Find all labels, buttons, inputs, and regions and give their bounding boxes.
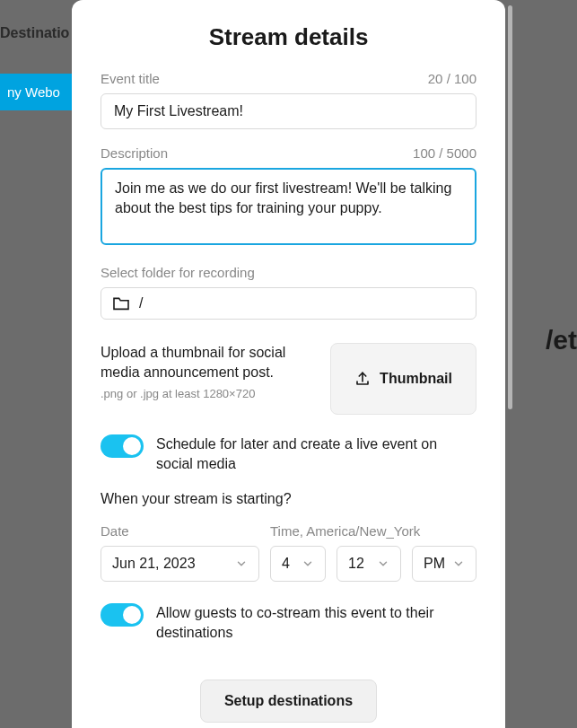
thumbnail-section: Upload a thumbnail for social media anno… (101, 343, 476, 415)
schedule-toggle-row: Schedule for later and create a live eve… (101, 434, 476, 475)
folder-path: / (139, 295, 143, 311)
upload-icon (354, 371, 371, 387)
toggle-knob (123, 437, 141, 455)
schedule-toggle-label: Schedule for later and create a live eve… (156, 434, 476, 475)
modal-footer: Setup destinations (72, 662, 505, 728)
guests-toggle[interactable] (101, 603, 144, 627)
event-title-group: Event title 20 / 100 (101, 71, 476, 129)
folder-label: Select folder for recording (101, 265, 255, 280)
start-time-heading: When your stream is starting? (101, 491, 476, 507)
bg-nav-item: Destinatio (0, 25, 69, 41)
date-value: Jun 21, 2023 (112, 556, 235, 572)
folder-selector[interactable]: / (101, 287, 476, 320)
stream-details-modal: Stream details Event title 20 / 100 Desc… (72, 0, 505, 728)
setup-destinations-button[interactable]: Setup destinations (200, 680, 377, 723)
schedule-toggle[interactable] (101, 434, 144, 458)
folder-group: Select folder for recording / (101, 265, 476, 320)
description-label: Description (101, 145, 168, 161)
bg-button: ny Webo (0, 74, 76, 110)
minute-select[interactable]: 12 (337, 546, 401, 582)
modal-title: Stream details (101, 23, 476, 51)
hour-select[interactable]: 4 (270, 546, 326, 582)
bg-heading: /et (546, 325, 577, 355)
guests-toggle-label: Allow guests to co-stream this event to … (156, 603, 476, 644)
thumbnail-text: Upload a thumbnail for social media anno… (101, 343, 316, 383)
time-label: Time, America/New_York (270, 523, 476, 539)
chevron-down-icon (235, 557, 248, 570)
event-title-counter: 20 / 100 (428, 71, 476, 86)
description-textarea[interactable]: Join me as we do our first livestream! W… (101, 168, 476, 245)
thumbnail-hint: .png or .jpg at least 1280×720 (101, 387, 316, 400)
chevron-down-icon (302, 557, 314, 570)
event-title-input[interactable] (101, 93, 476, 129)
hour-value: 4 (282, 556, 302, 572)
toggle-knob (123, 606, 141, 624)
ampm-value: PM (424, 556, 452, 572)
minute-value: 12 (348, 556, 377, 572)
description-group: Description 100 / 5000 Join me as we do … (101, 145, 476, 249)
guests-toggle-row: Allow guests to co-stream this event to … (101, 603, 476, 644)
folder-icon (112, 296, 130, 311)
chevron-down-icon (377, 557, 389, 570)
chevron-down-icon (452, 557, 465, 570)
datetime-row: Date Jun 21, 2023 Time, America/New_York… (101, 523, 476, 582)
description-counter: 100 / 5000 (413, 145, 476, 161)
date-select[interactable]: Jun 21, 2023 (101, 546, 259, 582)
thumbnail-button-label: Thumbnail (380, 371, 452, 387)
thumbnail-upload-button[interactable]: Thumbnail (330, 343, 476, 415)
scrollbar[interactable] (508, 5, 512, 409)
event-title-label: Event title (101, 71, 160, 86)
ampm-select[interactable]: PM (412, 546, 476, 582)
date-label: Date (101, 523, 259, 539)
